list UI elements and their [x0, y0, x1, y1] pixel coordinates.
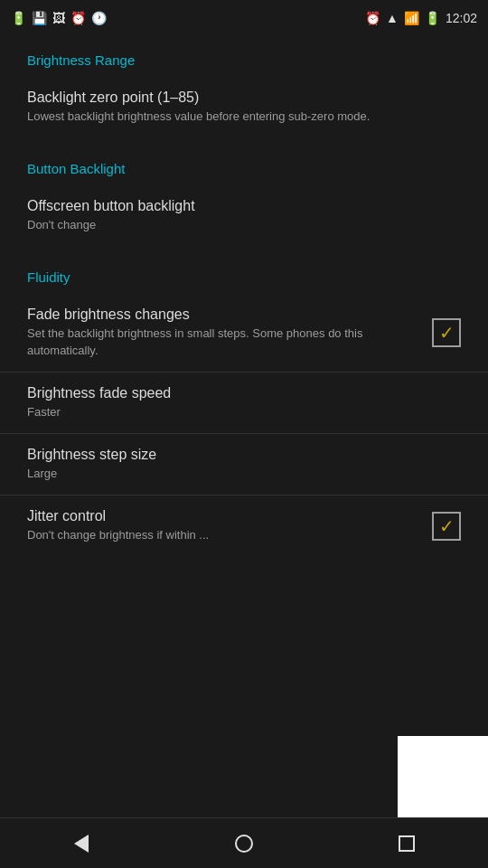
setting-text-jitter-control: Jitter control Don't change brightness i… — [27, 508, 421, 543]
status-bar: 🔋 💾 🖼 ⏰ 🕐 ⏰ ▲ 📶 🔋 12:02 — [0, 0, 488, 36]
clock-icon: 🕐 — [91, 11, 107, 25]
home-icon — [235, 835, 253, 853]
setting-brightness-step-size[interactable]: Brightness step size Large — [0, 434, 488, 495]
gap-1 — [0, 137, 488, 145]
status-bar-right: ⏰ ▲ 📶 🔋 12:02 — [365, 11, 477, 25]
alarm-clock-icon: ⏰ — [70, 11, 86, 25]
checkbox-jitter-control[interactable]: ✓ — [432, 512, 461, 541]
setting-fade-brightness-changes[interactable]: Fade brightness changes Set the backligh… — [0, 294, 488, 371]
setting-title-brightness-fade-speed: Brightness fade speed — [27, 385, 461, 401]
setting-subtitle-brightness-fade-speed: Faster — [27, 404, 461, 420]
setting-subtitle-fade-brightness-changes: Set the backlight brightness in small st… — [27, 326, 421, 358]
checkbox-icon-jitter-control: ✓ — [432, 512, 461, 541]
wifi-icon: ▲ — [386, 11, 399, 25]
setting-title-brightness-step-size: Brightness step size — [27, 447, 461, 463]
setting-text-brightness-step-size: Brightness step size Large — [27, 447, 461, 482]
setting-offscreen-button-backlight[interactable]: Offscreen button backlight Don't change — [0, 185, 488, 246]
signal-icon: 📶 — [404, 11, 419, 25]
nav-recents-button[interactable] — [380, 818, 434, 869]
setting-text-offscreen-button-backlight: Offscreen button backlight Don't change — [27, 198, 461, 233]
nav-back-button[interactable] — [54, 818, 108, 869]
status-bar-left: 🔋 💾 🖼 ⏰ 🕐 — [11, 11, 107, 25]
recents-icon — [399, 835, 415, 852]
setting-jitter-control[interactable]: Jitter control Don't change brightness i… — [0, 495, 488, 556]
battery-icon: 🔋 — [425, 11, 440, 25]
bottom-overlay-card — [398, 736, 488, 817]
settings-content: Brightness Range Backlight zero point (1… — [0, 36, 488, 817]
alarm-icon: ⏰ — [365, 11, 380, 25]
sd-card-icon: 💾 — [32, 11, 47, 25]
setting-backlight-zero-point[interactable]: Backlight zero point (1–85) Lowest backl… — [0, 77, 488, 137]
back-icon — [74, 835, 89, 853]
nav-home-button[interactable] — [217, 818, 271, 869]
checkmark-icon: ✓ — [439, 324, 455, 342]
gap-2 — [0, 246, 488, 253]
setting-title-fade-brightness-changes: Fade brightness changes — [27, 307, 421, 323]
setting-brightness-fade-speed[interactable]: Brightness fade speed Faster — [0, 373, 488, 433]
setting-title-jitter-control: Jitter control — [27, 508, 421, 524]
setting-text-brightness-fade-speed: Brightness fade speed Faster — [27, 385, 461, 420]
setting-text-fade-brightness-changes: Fade brightness changes Set the backligh… — [27, 307, 421, 358]
section-header-fluidity: Fluidity — [0, 253, 488, 294]
image-icon: 🖼 — [52, 11, 65, 25]
battery-low-icon: 🔋 — [11, 11, 26, 25]
setting-subtitle-offscreen-button-backlight: Don't change — [27, 217, 461, 233]
status-time: 12:02 — [446, 11, 477, 25]
setting-subtitle-brightness-step-size: Large — [27, 466, 461, 482]
setting-subtitle-jitter-control: Don't change brightness if within ... — [27, 527, 421, 543]
navigation-bar — [0, 817, 488, 868]
checkbox-icon-fade-brightness: ✓ — [432, 318, 461, 347]
setting-title-backlight-zero-point: Backlight zero point (1–85) — [27, 90, 461, 106]
checkbox-fade-brightness[interactable]: ✓ — [432, 318, 461, 347]
setting-text-backlight-zero-point: Backlight zero point (1–85) Lowest backl… — [27, 90, 461, 125]
setting-title-offscreen-button-backlight: Offscreen button backlight — [27, 198, 461, 214]
setting-subtitle-backlight-zero-point: Lowest backlight brightness value before… — [27, 108, 461, 125]
section-header-brightness-range: Brightness Range — [0, 36, 488, 77]
section-header-button-backlight: Button Backlight — [0, 145, 488, 185]
checkmark-icon-jitter: ✓ — [439, 517, 455, 535]
